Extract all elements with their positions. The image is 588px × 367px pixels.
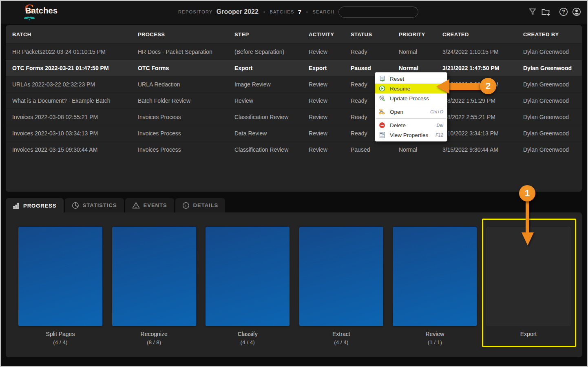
progress-card-name: Split Pages: [18, 331, 102, 337]
tab-statistics[interactable]: STATISTICS: [65, 198, 124, 212]
page-title: Batches: [25, 6, 57, 15]
cell-step: Classification Review: [234, 114, 309, 120]
annotation-arrow-1-shaft: [526, 200, 529, 233]
annotation-arrow-2-head: [436, 79, 449, 94]
cell-batch: URLAs 2022-03-22 02:32:23 PM: [12, 81, 138, 88]
table-row[interactable]: Invoices 2022-03-08 02:55:21 PMInvoices …: [6, 108, 582, 125]
update-process-icon: [379, 95, 386, 102]
menu-item-shortcut: F12: [435, 133, 443, 137]
cell-batch: Invoices 2022-03-15 09:30:44 AM: [12, 146, 138, 153]
new-folder-icon[interactable]: [541, 7, 550, 17]
cell-step: (Before Separation): [234, 49, 309, 55]
app-header: G Batches REPOSITORY Grooper 2022 • BATC…: [0, 0, 588, 24]
filter-icon[interactable]: [528, 7, 537, 17]
cell-activity: Review: [309, 97, 351, 104]
cell-process: Invoices Process: [138, 114, 234, 120]
progress-card-thumbnail[interactable]: [393, 227, 477, 326]
cell-process: Invoices Process: [138, 130, 234, 137]
column-header-process[interactable]: PROCESS: [138, 31, 234, 38]
open-icon: [379, 108, 386, 115]
cell-activity: Export: [309, 65, 351, 71]
user-icon[interactable]: [572, 7, 581, 17]
cell-process: HR Docs - Packet Separation: [138, 49, 234, 55]
batches-count: 7: [298, 9, 301, 15]
column-header-step[interactable]: STEP: [234, 31, 309, 38]
progress-panel: Split Pages(4 / 4)Recognize(8 / 8)Classi…: [6, 212, 582, 357]
cell-activity: Review: [309, 114, 351, 120]
cell-status: Paused: [351, 65, 399, 71]
cell-priority: Normal: [399, 49, 442, 55]
pie-chart-icon: [72, 202, 79, 209]
cell-step: Classification Review: [234, 146, 309, 153]
table-header-row: BATCHPROCESSSTEPACTIVITYSTATUSPRIORITYCR…: [6, 25, 582, 43]
progress-card-thumbnail[interactable]: [18, 227, 102, 326]
cell-created-by: Dylan Greenwood: [523, 49, 582, 55]
tab-events[interactable]: EVENTS: [125, 198, 174, 212]
progress-card-name: Review: [393, 331, 477, 337]
menu-item-label: Reset: [390, 76, 404, 82]
batches-table: BATCHPROCESSSTEPACTIVITYSTATUSPRIORITYCR…: [6, 25, 582, 192]
tab-label: STATISTICS: [83, 202, 117, 208]
cell-batch: Invoices 2022-03-10 03:34:13 PM: [12, 130, 138, 137]
progress-card-thumbnail[interactable]: [206, 227, 290, 326]
batches-label: BATCHES: [270, 9, 294, 14]
cell-process: Invoices Process: [138, 146, 234, 153]
column-header-status[interactable]: STATUS: [351, 31, 399, 38]
menu-item-label: Delete: [390, 122, 406, 128]
column-header-created[interactable]: CREATED: [442, 31, 523, 38]
annotation-badge-1: 1: [519, 185, 535, 201]
tab-details[interactable]: DETAILS: [175, 198, 225, 212]
cell-batch: HR Packets2022-03-24 01:10:15 PM: [12, 49, 138, 55]
cell-step: Data Review: [234, 130, 309, 137]
menu-item-label: Open: [390, 109, 403, 115]
cell-priority: Normal: [399, 146, 442, 153]
progress-card-name: Classify: [206, 331, 290, 337]
header-icons: ?: [528, 0, 581, 24]
cell-process: Batch Folder Review: [138, 97, 234, 104]
cell-batch: What is a Document? - Example Batch: [12, 97, 138, 104]
cell-step: Image Review: [234, 81, 309, 88]
annotation-arrow-1-head: [522, 232, 534, 245]
cell-activity: Review: [309, 146, 351, 153]
table-row[interactable]: What is a Document? - Example BatchBatch…: [6, 92, 582, 108]
cell-created: 3/10/2022 3:34:13 PM: [442, 130, 523, 137]
column-header-activity[interactable]: ACTIVITY: [309, 31, 351, 38]
search-input[interactable]: [338, 7, 418, 18]
progress-card-recognize: Recognize(8 / 8): [112, 227, 196, 345]
progress-card-count: (8 / 8): [112, 339, 196, 345]
column-header-priority[interactable]: PRIORITY: [399, 31, 442, 38]
table-row-selected[interactable]: OTC Forms 2022-03-21 01:47:50 PMOTC Form…: [6, 60, 582, 76]
cell-step: Review: [234, 97, 309, 104]
cell-created: 3/15/2022 9:30:44 AM: [442, 146, 523, 153]
column-header-batch[interactable]: BATCH: [12, 31, 138, 38]
progress-card-name: Export: [486, 331, 570, 337]
cell-batch: Invoices 2022-03-08 02:55:21 PM: [12, 114, 138, 120]
progress-card-count: (4 / 4): [206, 339, 290, 345]
separator-dot: •: [263, 10, 265, 14]
progress-card-thumbnail[interactable]: [299, 227, 383, 326]
table-body: HR Packets2022-03-24 01:10:15 PMHR Docs …: [6, 43, 582, 157]
menu-item-view-properties[interactable]: View PropertiesF12: [375, 130, 447, 140]
header-info-bar: REPOSITORY Grooper 2022 • BATCHES 7 • SE…: [178, 0, 418, 24]
cell-activity: Review: [309, 130, 351, 137]
menu-item-label: View Properties: [390, 132, 428, 138]
table-row[interactable]: Invoices 2022-03-10 03:34:13 PMInvoices …: [6, 125, 582, 141]
progress-card-thumbnail[interactable]: [112, 227, 196, 326]
cell-created: 3/8/2022 1:51:29 PM: [442, 97, 523, 104]
annotation-badge-2: 2: [480, 78, 496, 94]
menu-item-shortcut: Ctrl+O: [430, 109, 443, 114]
repository-value: Grooper 2022: [217, 8, 259, 15]
help-icon[interactable]: ?: [559, 7, 568, 17]
menu-item-delete[interactable]: DeleteDel: [375, 120, 447, 130]
bottom-tabs: PROGRESSSTATISTICSEVENTSDETAILS: [6, 198, 225, 212]
column-header-created-by[interactable]: CREATED BY: [523, 31, 582, 38]
warning-icon: [132, 202, 140, 209]
tab-progress[interactable]: PROGRESS: [6, 198, 64, 213]
menu-item-open[interactable]: OpenCtrl+O: [375, 107, 447, 117]
table-row[interactable]: Invoices 2022-03-15 09:30:44 AMInvoices …: [6, 141, 582, 157]
menu-item-update-process[interactable]: Update Process: [375, 93, 447, 103]
repository-label: REPOSITORY: [178, 9, 213, 14]
table-row[interactable]: HR Packets2022-03-24 01:10:15 PMHR Docs …: [6, 43, 582, 60]
progress-card-count: (4 / 4): [299, 339, 383, 345]
annotation-arrow-2-shaft: [449, 83, 481, 90]
